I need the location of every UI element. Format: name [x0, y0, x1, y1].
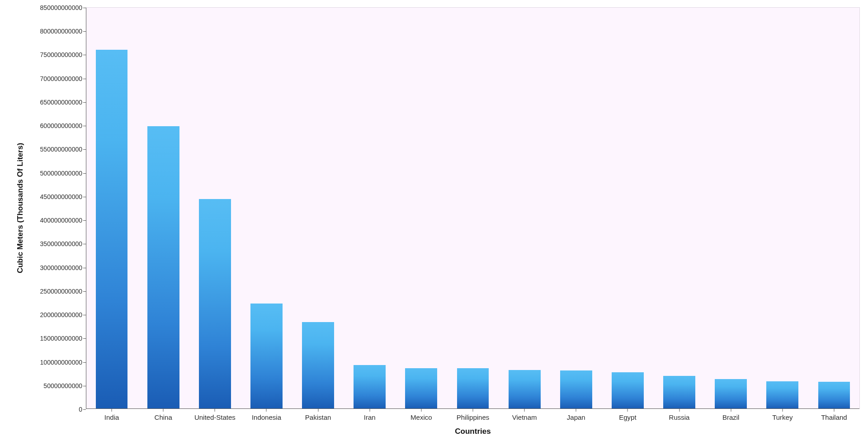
ytick-label: 50000000000 [43, 382, 86, 389]
ytick-mark [83, 79, 86, 79]
ytick-label: 250000000000 [40, 288, 86, 295]
bar[interactable] [302, 322, 334, 409]
ytick-mark [83, 173, 86, 174]
xtick-mark [112, 409, 112, 412]
bar[interactable] [250, 304, 283, 409]
ytick-label: 150000000000 [40, 335, 86, 342]
ytick-mark [83, 197, 86, 197]
ytick-label: 100000000000 [40, 359, 86, 366]
ytick-mark [83, 102, 86, 103]
y-axis-label: Cubic Meters (Thousands Of Liters) [16, 143, 25, 273]
bars-layer [86, 8, 859, 409]
ytick-label: 550000000000 [40, 146, 86, 153]
bar[interactable] [96, 50, 128, 409]
bar[interactable] [457, 368, 489, 409]
ytick-mark [83, 55, 86, 55]
xtick-mark [421, 409, 421, 412]
ytick-label: 600000000000 [40, 122, 86, 129]
ytick-label: 200000000000 [40, 311, 86, 318]
ytick-label: 750000000000 [40, 51, 86, 58]
xtick-mark [266, 409, 267, 412]
bar[interactable] [612, 372, 644, 409]
ytick-mark [83, 149, 86, 150]
bar[interactable] [766, 381, 798, 409]
bar[interactable] [199, 199, 231, 409]
ytick-label: 400000000000 [40, 217, 86, 224]
ytick-mark [83, 386, 86, 386]
bar[interactable] [509, 370, 541, 409]
xtick-mark [731, 409, 731, 412]
bar[interactable] [560, 370, 592, 409]
bar[interactable] [818, 382, 850, 409]
xtick-mark [369, 409, 370, 412]
bar[interactable] [147, 126, 179, 409]
plot-area: 0500000000001000000000001500000000002000… [86, 7, 860, 409]
ytick-label: 850000000000 [40, 4, 86, 11]
ytick-label: 650000000000 [40, 99, 86, 106]
xtick-mark [679, 409, 679, 412]
xtick-mark [163, 409, 164, 412]
ytick-mark [83, 220, 86, 221]
ytick-mark [83, 268, 86, 268]
ytick-label: 300000000000 [40, 264, 86, 271]
xtick-mark [627, 409, 628, 412]
chart-container: 0500000000001000000000001500000000002000… [0, 0, 868, 446]
bar[interactable] [663, 376, 695, 409]
ytick-label: 350000000000 [40, 240, 86, 247]
ytick-mark [83, 362, 86, 363]
xtick-mark [215, 409, 215, 412]
ytick-mark [83, 409, 86, 410]
ytick-mark [83, 126, 86, 126]
ytick-mark [83, 315, 86, 315]
bar[interactable] [354, 365, 386, 409]
ytick-mark [83, 338, 86, 339]
bar[interactable] [405, 368, 437, 409]
xtick-mark [473, 409, 473, 412]
bar[interactable] [715, 379, 747, 409]
xtick-mark [782, 409, 783, 412]
ytick-mark [83, 8, 86, 8]
ytick-mark [83, 291, 86, 292]
xtick-mark [524, 409, 525, 412]
xtick-mark [318, 409, 318, 412]
ytick-label: 800000000000 [40, 28, 86, 35]
ytick-label: 450000000000 [40, 193, 86, 200]
x-axis-label: Countries [455, 427, 491, 436]
xtick-mark [576, 409, 576, 412]
ytick-label: 500000000000 [40, 170, 86, 177]
xtick-mark [834, 409, 834, 412]
ytick-mark [83, 244, 86, 244]
ytick-mark [83, 31, 86, 32]
ytick-label: 700000000000 [40, 75, 86, 82]
y-axis-line [86, 8, 86, 409]
